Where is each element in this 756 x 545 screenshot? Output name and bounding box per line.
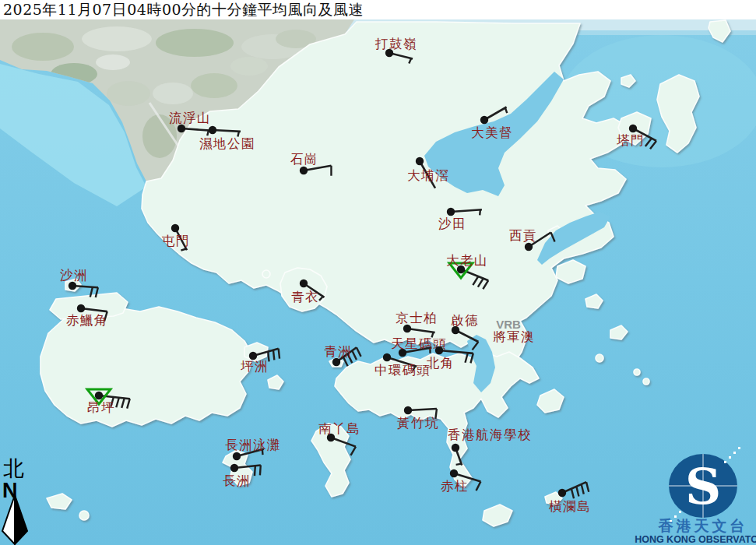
station-dot (209, 126, 216, 134)
ninepin-islet-1 (634, 369, 640, 375)
station-label: 香港航海學校 (448, 427, 532, 442)
station-label: 南丫島 (318, 421, 360, 436)
station-dot (95, 392, 103, 399)
bluff-island (596, 354, 603, 362)
station-label: 長洲 (223, 473, 251, 488)
ma-wan-islet (262, 270, 270, 278)
station-label: 西貢 (509, 228, 537, 243)
station-dot (171, 224, 179, 232)
wind-barb-feather (273, 350, 274, 360)
hko-logo-cjk-name: 香港天文台 (658, 517, 748, 534)
station-label: 大老山 (446, 253, 488, 268)
station-label: 青洲 (324, 344, 352, 359)
station-dot (383, 353, 391, 361)
station-dot (447, 208, 455, 216)
station-label: 黃竹坑 (397, 416, 439, 431)
station-label: 塔門 (617, 133, 645, 148)
station-label: 大美督 (471, 125, 513, 140)
station-label: 屯門 (162, 234, 190, 248)
map-title: 2025年11月07日04時00分的十分鐘平均風向及風速 (0, 0, 756, 19)
station-label: 沙洲 (60, 268, 88, 283)
station-label: 青衣 (291, 290, 319, 304)
soko-islet (79, 511, 89, 520)
station-dot (233, 452, 241, 460)
station-label: 赤鱲角 (66, 313, 108, 328)
station-label: 橫瀾島 (549, 499, 591, 514)
wind-barb-feather (260, 465, 261, 475)
station-dot (558, 489, 566, 497)
station-dot (332, 358, 340, 366)
station-dot (403, 325, 411, 332)
wind-barb-half-feather (480, 209, 480, 215)
wind-barb-half-feather (456, 464, 462, 465)
station-label: 坪洲 (241, 359, 269, 374)
station-dot (629, 125, 637, 132)
station-dot (416, 157, 424, 165)
station-label: 濕地公園 (199, 136, 255, 151)
station-label: 長洲泳灘 (225, 438, 281, 452)
station-dot (230, 464, 238, 472)
station-label: 赤柱 (441, 479, 469, 494)
wind-barb-half-feather (207, 130, 209, 135)
station-dot (300, 167, 308, 174)
station-dot (452, 444, 459, 452)
hko-logo-s-symbol: S (685, 457, 721, 515)
wind-map-screen: 打鼓嶺流浮山濕地公園石崗大美督塔門大埔滘沙田西貢大老山屯門沙洲赤鱲角青衣京士柏啟… (0, 0, 756, 545)
hong-kong-wind-map: 打鼓嶺流浮山濕地公園石崗大美督塔門大埔滘沙田西貢大老山屯門沙洲赤鱲角青衣京士柏啟… (0, 0, 756, 545)
station-dot (450, 469, 458, 477)
station-label: 昂坪 (87, 400, 115, 415)
station-dot (404, 406, 412, 414)
station-label: 打鼓嶺 (374, 37, 417, 51)
station-dot (69, 282, 76, 290)
station-dot (435, 346, 443, 354)
station-dot (77, 304, 85, 312)
station-label: 大埔滘 (407, 168, 449, 183)
ninepin-islet-2 (643, 378, 649, 385)
station-label: 啟德 (451, 313, 479, 328)
station-label: 京士柏 (396, 311, 438, 325)
station-dot (525, 243, 533, 251)
station-dot (178, 125, 185, 132)
station-dot (480, 116, 488, 124)
station-label: 流浮山 (169, 111, 211, 125)
station-label: 沙田 (438, 216, 466, 231)
station-label: 將軍澳 (493, 329, 535, 344)
station-label: 石崗 (290, 152, 318, 167)
hko-logo-en-name: HONG KONG OBSERVATORY (635, 534, 756, 545)
wind-barb-feather (279, 349, 280, 359)
wind-barb-feather (255, 466, 255, 476)
station-dot (300, 280, 308, 287)
north-cjk-label: 北 (3, 456, 24, 480)
station-label: 中環碼頭 (374, 363, 431, 378)
